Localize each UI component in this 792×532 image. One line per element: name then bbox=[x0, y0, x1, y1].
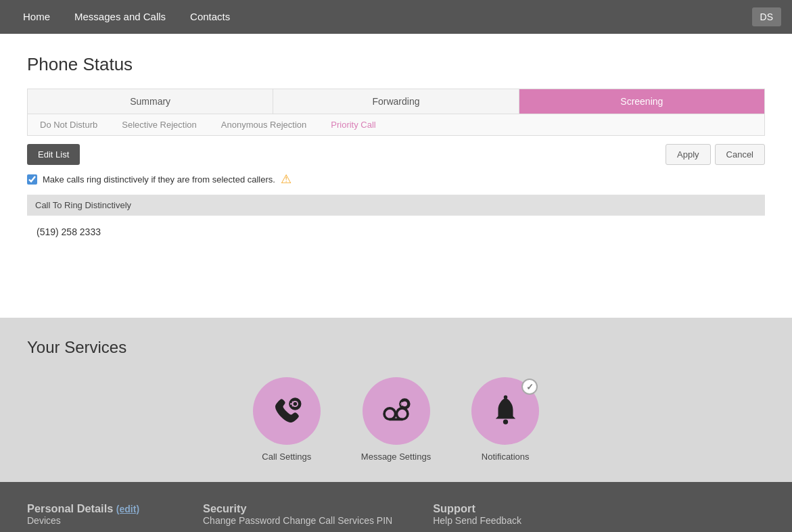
main-tabs: Summary Forwarding Screening bbox=[27, 89, 765, 114]
checkbox-row: Make calls ring distinctively if they ar… bbox=[27, 173, 765, 185]
message-settings-icon bbox=[377, 393, 415, 430]
send-feedback-link[interactable]: Send Feedback bbox=[455, 515, 521, 526]
tab-forwarding[interactable]: Forwarding bbox=[273, 89, 519, 114]
sub-tab-selective-rejection[interactable]: Selective Rejection bbox=[110, 114, 209, 135]
svg-point-4 bbox=[396, 408, 408, 419]
notifications-circle bbox=[471, 377, 539, 445]
services-section: Your Services Call Settings bbox=[0, 318, 792, 482]
svg-rect-9 bbox=[503, 395, 507, 399]
footer: Personal Details (edit) Devices Security… bbox=[0, 482, 792, 532]
footer-support: Support Help Send Feedback bbox=[433, 502, 568, 526]
sub-tab-priority-call[interactable]: Priority Call bbox=[319, 114, 388, 135]
main-content: Phone Status Summary Forwarding Screenin… bbox=[0, 34, 792, 318]
call-settings-label: Call Settings bbox=[262, 452, 311, 462]
phone-entry: (519) 258 2333 bbox=[27, 220, 765, 244]
user-menu-button[interactable]: DS bbox=[752, 7, 781, 26]
table-header: Call To Ring Distinctively bbox=[27, 195, 765, 216]
service-notifications[interactable]: Notifications bbox=[471, 377, 539, 462]
call-settings-circle bbox=[253, 377, 321, 445]
support-heading: Support bbox=[433, 502, 568, 515]
footer-security: Security Change Password Change Call Ser… bbox=[203, 502, 392, 526]
notification-badge bbox=[521, 379, 538, 395]
svg-point-3 bbox=[384, 408, 396, 419]
action-bar-right: Apply Cancel bbox=[666, 144, 765, 165]
personal-details-heading: Personal Details (edit) bbox=[27, 502, 162, 515]
apply-button[interactable]: Apply bbox=[666, 144, 711, 165]
message-settings-circle bbox=[363, 377, 430, 445]
sub-tab-anonymous-rejection[interactable]: Anonymous Rejection bbox=[209, 114, 319, 135]
change-pin-link[interactable]: Change Call Services PIN bbox=[283, 515, 392, 526]
message-settings-label: Message Settings bbox=[361, 452, 431, 462]
tab-summary[interactable]: Summary bbox=[28, 89, 273, 114]
services-icons: Call Settings Message Settings bbox=[27, 377, 765, 462]
sub-tabs: Do Not Disturb Selective Rejection Anony… bbox=[27, 114, 765, 136]
svg-point-8 bbox=[503, 419, 508, 424]
service-message-settings[interactable]: Message Settings bbox=[361, 377, 431, 462]
devices-link[interactable]: Devices bbox=[27, 515, 61, 526]
change-password-link[interactable]: Change Password bbox=[203, 515, 280, 526]
sub-tab-do-not-disturb[interactable]: Do Not Disturb bbox=[28, 114, 110, 135]
warning-icon: ⚠ bbox=[281, 173, 292, 185]
security-heading: Security bbox=[203, 502, 392, 515]
services-title: Your Services bbox=[27, 338, 765, 357]
distinctive-ring-checkbox[interactable] bbox=[27, 174, 37, 185]
footer-personal-details: Personal Details (edit) Devices bbox=[27, 502, 162, 526]
page-title: Phone Status bbox=[27, 54, 765, 75]
nav-contacts[interactable]: Contacts bbox=[178, 0, 242, 34]
svg-point-2 bbox=[294, 402, 298, 406]
edit-list-button[interactable]: Edit List bbox=[27, 144, 80, 165]
tab-screening[interactable]: Screening bbox=[519, 89, 764, 114]
nav-messages-and-calls[interactable]: Messages and Calls bbox=[62, 0, 178, 34]
personal-details-edit-link[interactable]: (edit) bbox=[116, 504, 139, 514]
top-nav: Home Messages and Calls Contacts DS bbox=[0, 0, 792, 34]
cancel-button[interactable]: Cancel bbox=[715, 144, 765, 165]
help-link[interactable]: Help bbox=[433, 515, 452, 526]
checkbox-label: Make calls ring distinctively if they ar… bbox=[43, 174, 275, 185]
action-bar: Edit List Apply Cancel bbox=[27, 144, 765, 165]
call-settings-icon bbox=[268, 393, 305, 430]
service-call-settings[interactable]: Call Settings bbox=[253, 377, 321, 462]
notifications-icon bbox=[487, 393, 524, 430]
nav-home[interactable]: Home bbox=[11, 0, 62, 34]
notifications-label: Notifications bbox=[482, 452, 530, 462]
